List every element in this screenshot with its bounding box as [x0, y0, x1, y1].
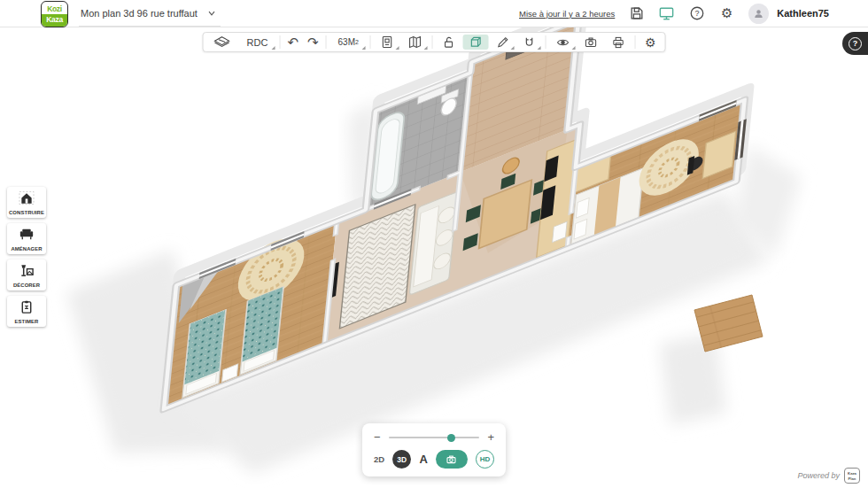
last-updated-link[interactable]: Mise à jour il y a 2 heures: [519, 9, 615, 19]
screen-share-icon[interactable]: [658, 5, 675, 22]
sofa-icon: [18, 227, 35, 242]
floor-box-icon[interactable]: [206, 33, 238, 51]
top-bar-right: Mise à jour il y a 2 heures ? ⚙: [519, 4, 829, 24]
sidebar-item-label: CONSTRUIRE: [8, 210, 45, 215]
mode-3d-button[interactable]: 3D: [392, 450, 411, 469]
floor-select-value: RDC: [247, 37, 268, 48]
username[interactable]: Kathleen75: [777, 8, 829, 19]
app-window: Kozi Kaza Mon plan 3d 96 rue truffaut Mi…: [0, 0, 868, 488]
sidebar-item-label: DÉCORER: [8, 283, 45, 288]
settings-icon[interactable]: ⚙: [718, 5, 735, 22]
notes-icon[interactable]: [374, 33, 401, 51]
plan-name: Mon plan 3d 96 rue truffaut: [81, 8, 198, 19]
separator: [546, 35, 546, 49]
mode-2d-button[interactable]: 2D: [374, 454, 384, 464]
save-icon[interactable]: [628, 5, 645, 22]
separator: [370, 35, 371, 49]
sidebar-item-label: AMÉNAGER: [8, 246, 45, 252]
separator: [279, 35, 280, 49]
logo-text-bottom: Kaza: [42, 14, 67, 27]
printer-icon[interactable]: [605, 33, 632, 51]
avatar[interactable]: [748, 4, 769, 24]
wood-deck[interactable]: [694, 295, 763, 352]
view-3d-toggle[interactable]: [463, 35, 489, 50]
area-display[interactable]: 63M2: [329, 33, 368, 51]
help-icon[interactable]: ?: [688, 5, 705, 22]
lamp-frame-icon: [18, 263, 35, 278]
powered-by-text: Powered by: [797, 471, 840, 480]
separator: [635, 35, 636, 49]
clipboard-icon: [18, 299, 35, 314]
camera-icon[interactable]: [577, 33, 605, 51]
kazaplan-logo-line1: Kaza: [848, 471, 856, 476]
hd-button[interactable]: HD: [476, 450, 494, 469]
logo-text-top: Kozi: [42, 2, 67, 13]
plan-selector[interactable]: Mon plan 3d 96 rue truffaut: [79, 0, 221, 27]
redo-button[interactable]: ↷: [303, 33, 323, 51]
toolbar-settings-icon[interactable]: ⚙: [639, 33, 663, 51]
zoom-in-button[interactable]: +: [487, 433, 494, 442]
editor-toolbar: RDC ↶ ↷ 63M2: [203, 32, 666, 52]
zoom-out-button[interactable]: −: [374, 433, 381, 442]
kozikaza-logo[interactable]: Kozi Kaza: [41, 1, 68, 27]
help-tab[interactable]: ?: [842, 32, 868, 55]
kazaplan-logo[interactable]: Kaza Plan: [844, 468, 860, 484]
viewport-controls: − + 2D 3D A HD: [362, 423, 506, 476]
sidebar-item-amenager[interactable]: AMÉNAGER: [7, 223, 46, 254]
text-tool-button[interactable]: A: [419, 453, 427, 466]
mode-sidebar: CONSTRUIRE AMÉNAGER DÉCORER: [7, 187, 46, 327]
screenshot-button[interactable]: [436, 450, 468, 469]
zoom-row: − +: [374, 433, 494, 442]
mode-row: 2D 3D A HD: [374, 450, 494, 469]
top-bar: Kozi Kaza Mon plan 3d 96 rue truffaut Mi…: [0, 0, 868, 27]
svg-text:?: ?: [694, 9, 699, 18]
separator: [326, 35, 327, 49]
area-value: 63M: [338, 37, 355, 47]
floorplan-canvas[interactable]: [0, 0, 868, 488]
map-icon[interactable]: [401, 33, 430, 51]
pencil-icon[interactable]: [490, 33, 516, 51]
camera-icon: [446, 454, 457, 465]
kazaplan-logo-line2: Plan: [849, 476, 856, 481]
eye-icon[interactable]: [549, 33, 577, 51]
help-tab-label: ?: [849, 37, 862, 50]
separator: [432, 35, 433, 49]
sidebar-item-construire[interactable]: CONSTRUIRE: [7, 187, 46, 218]
chevron-down-icon: [206, 8, 217, 19]
zoom-slider[interactable]: [389, 437, 480, 438]
zoom-slider-handle[interactable]: [447, 434, 455, 442]
lock-icon[interactable]: [436, 33, 462, 51]
sidebar-item-decorer[interactable]: DÉCORER: [7, 259, 46, 290]
sidebar-item-estimer[interactable]: ESTIMER: [7, 296, 46, 327]
house-icon: [18, 190, 35, 205]
area-sup: 2: [355, 39, 359, 45]
floor-select[interactable]: RDC: [238, 33, 277, 51]
user-icon: [753, 8, 764, 19]
magnet-icon[interactable]: [516, 33, 543, 51]
undo-button[interactable]: ↶: [283, 33, 303, 51]
powered-by: Powered by Kaza Plan: [797, 468, 860, 484]
sidebar-item-label: ESTIMER: [8, 319, 45, 324]
